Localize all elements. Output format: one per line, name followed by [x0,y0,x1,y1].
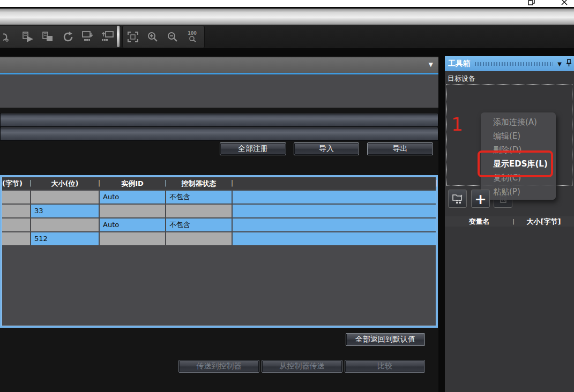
table-cell[interactable] [233,191,436,203]
close-icon[interactable] [561,0,568,5]
open-device-library-button[interactable] [448,190,467,208]
transfer-to-controller-button[interactable]: 传送到控制器 [178,360,259,373]
table-cell[interactable] [100,232,165,245]
chevron-down-icon: ▼ [429,62,433,67]
section-header-bar-1[interactable] [0,113,438,127]
plus-icon: + [474,192,487,206]
variable-table-header: 变量名 大小[字节] [445,216,574,227]
table-cell[interactable]: 不包含 [166,191,232,203]
annotation-number: 1 [451,115,463,133]
fit-to-window-icon[interactable] [123,27,143,47]
column-header-size-bytes[interactable]: 大小[字节] [513,216,574,227]
annotation-box [478,150,553,177]
toolbar-separator [117,26,120,47]
title-bar [0,0,574,7]
panel-divider[interactable] [438,56,445,392]
table-cell[interactable]: 不包含 [166,218,232,231]
toolbar-group-controller [0,26,121,48]
register-all-button[interactable]: 全部注册 [220,142,286,155]
table-row: Auto 不包含 [2,191,436,203]
zoom-100-icon[interactable]: 100 [182,27,202,47]
table-cell[interactable] [166,205,232,217]
toolbox-header[interactable]: 工具箱 ▼ [445,56,574,71]
column-header-variable-name[interactable]: 变量名 [445,216,513,227]
compare-button[interactable]: 比较 [345,360,425,373]
upload-from-device-icon[interactable] [98,27,117,47]
device-dropdown[interactable]: ▼ [0,57,438,73]
table-cell[interactable] [100,205,165,217]
main-toolbar: 100 [0,25,574,48]
table-row: 512 [2,232,436,245]
menu-item-paste[interactable]: 粘贴(P) [481,185,556,199]
title-gradient-band [0,9,574,25]
column-header-extra[interactable] [233,177,436,190]
table-cell[interactable]: Auto [100,191,165,203]
toolbox-title: 工具箱 [448,59,471,69]
clipped-tool-icon[interactable] [0,27,18,47]
table-cell[interactable] [166,232,232,245]
table-cell[interactable] [2,232,30,245]
chevron-down-icon[interactable]: ▼ [557,61,562,67]
column-header-size-bits[interactable]: 大小(位) [31,177,99,190]
copy-document-icon[interactable] [38,27,58,47]
table-cell[interactable]: 512 [31,232,99,245]
application-window: 100 ▼ 全部注册 导入 导出 (字节) 大小(位) 实例ID 控制器状态 [0,0,574,392]
zoom-out-icon[interactable] [162,27,182,47]
table-cell[interactable] [2,191,30,203]
toolbox-panel: 工具箱 ▼ 目标设备 1 + 变量名 大小[字节] 添加连接(A) 编辑(E) … [445,56,574,392]
table-cell[interactable]: Auto [100,218,165,231]
table-cell[interactable] [233,232,436,245]
export-button[interactable]: 导出 [367,142,433,155]
table-cell[interactable] [233,205,436,217]
table-cell[interactable] [31,218,99,231]
run-with-document-icon[interactable] [18,27,38,47]
add-device-button[interactable]: + [471,190,490,208]
toolbox-header-texture [475,62,553,66]
toolbar-bottom-gap [0,48,574,56]
import-button[interactable]: 导入 [294,142,359,155]
column-header-instance-id[interactable]: 实例ID [100,177,165,190]
download-to-device-icon[interactable] [78,27,98,47]
menu-item-add-connection[interactable]: 添加连接(A) [481,115,556,129]
device-info-panel [0,74,438,108]
zoom-in-icon[interactable] [143,27,162,47]
tag-set-table: (字节) 大小(位) 实例ID 控制器状态 Auto 不包含 33 [0,175,438,328]
main-panel: ▼ 全部注册 导入 导出 (字节) 大小(位) 实例ID 控制器状态 Auto … [0,56,438,392]
menu-item-edit[interactable]: 编辑(E) [481,129,556,143]
table-row: 33 [2,205,436,217]
table-cell[interactable] [31,191,99,203]
target-device-label: 目标设备 [448,74,475,84]
table-cell[interactable] [2,218,30,231]
refresh-sync-icon[interactable] [58,27,78,47]
table-cell[interactable] [233,218,436,231]
table-header-row: (字节) 大小(位) 实例ID 控制器状态 [2,177,436,190]
table-cell[interactable]: 33 [31,205,99,217]
toolbar-group-zoom: 100 [122,26,205,48]
table-cell[interactable] [2,205,30,217]
column-header-bytes[interactable]: (字节) [2,177,30,190]
section-header-bar-2[interactable] [0,127,438,141]
pin-icon[interactable] [566,59,572,69]
transfer-from-controller-button[interactable]: 从控制器传送 [262,360,342,373]
table-row: Auto 不包含 [2,218,436,231]
column-header-controller-status[interactable]: 控制器状态 [166,177,232,190]
restore-window-icon[interactable] [528,0,535,5]
reset-all-defaults-button[interactable]: 全部返回到默认值 [346,333,425,346]
